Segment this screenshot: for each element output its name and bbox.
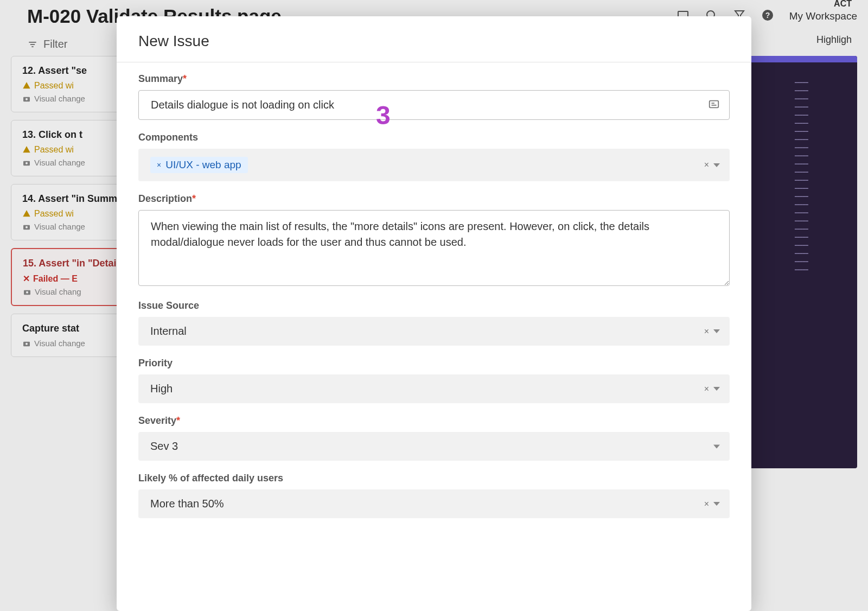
chevron-down-icon[interactable] xyxy=(713,163,720,167)
modal-title: New Issue xyxy=(138,33,209,50)
components-group: Components × UI/UX - web app × xyxy=(138,132,730,181)
modal-header: New Issue xyxy=(117,16,751,62)
severity-group: Severity* Sev 3 xyxy=(138,415,730,461)
severity-select[interactable]: Sev 3 xyxy=(138,432,730,461)
likelypct-select[interactable]: More than 50% × xyxy=(138,489,730,518)
clear-icon[interactable]: × xyxy=(704,384,709,394)
likelypct-label: Likely % of affected daily users xyxy=(138,473,730,484)
component-chip[interactable]: × UI/UX - web app xyxy=(150,157,248,173)
modal-backdrop: New Issue Summary* Components × UI/UX - … xyxy=(0,0,868,611)
description-textarea[interactable] xyxy=(138,210,730,286)
severity-label: Severity* xyxy=(138,415,730,427)
clear-icon[interactable]: × xyxy=(704,160,709,170)
clear-icon[interactable]: × xyxy=(704,327,709,336)
clear-icon[interactable]: × xyxy=(704,499,709,509)
priority-select[interactable]: High × xyxy=(138,374,730,403)
modal-body: Summary* Components × UI/UX - web app × xyxy=(117,62,751,541)
new-issue-modal: New Issue Summary* Components × UI/UX - … xyxy=(117,16,751,611)
issue-source-group: Issue Source Internal × xyxy=(138,300,730,346)
summary-input[interactable] xyxy=(138,90,730,120)
summary-label: Summary* xyxy=(138,73,730,85)
description-label: Description* xyxy=(138,193,730,205)
priority-label: Priority xyxy=(138,358,730,369)
chip-remove-icon[interactable]: × xyxy=(157,161,161,169)
chevron-down-icon[interactable] xyxy=(713,329,720,333)
chevron-down-icon[interactable] xyxy=(713,444,720,448)
summary-group: Summary* xyxy=(138,73,730,120)
components-select[interactable]: × UI/UX - web app × xyxy=(138,149,730,181)
svg-rect-18 xyxy=(710,100,719,107)
issue-source-select[interactable]: Internal × xyxy=(138,317,730,346)
required-asterisk: * xyxy=(176,415,180,426)
required-asterisk: * xyxy=(183,73,187,84)
components-label: Components xyxy=(138,132,730,143)
description-group: Description* xyxy=(138,193,730,288)
priority-group: Priority High × xyxy=(138,358,730,403)
card-icon[interactable] xyxy=(708,98,720,112)
issue-source-label: Issue Source xyxy=(138,300,730,311)
chevron-down-icon[interactable] xyxy=(713,502,720,506)
required-asterisk: * xyxy=(192,193,196,204)
chevron-down-icon[interactable] xyxy=(713,387,720,391)
likelypct-group: Likely % of affected daily users More th… xyxy=(138,473,730,518)
